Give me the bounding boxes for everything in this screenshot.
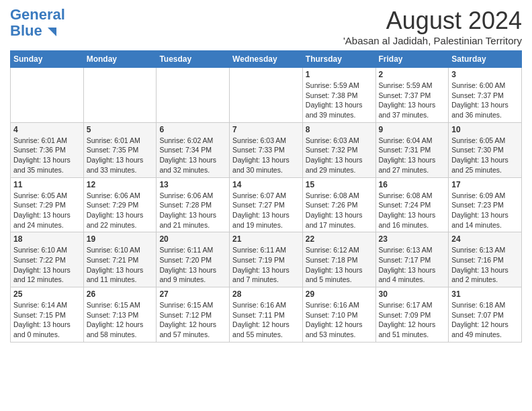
day-number: 8 <box>306 125 373 134</box>
day-number: 20 <box>159 234 226 244</box>
calendar-cell: 25Sunrise: 6:14 AM Sunset: 7:15 PM Dayli… <box>11 287 84 342</box>
day-info: Sunrise: 6:00 AM Sunset: 7:37 PM Dayligh… <box>451 81 519 120</box>
day-number: 22 <box>306 234 373 244</box>
calendar-cell: 16Sunrise: 6:08 AM Sunset: 7:24 PM Dayli… <box>375 177 449 232</box>
calendar-cell: 20Sunrise: 6:11 AM Sunset: 7:20 PM Dayli… <box>157 232 230 287</box>
day-number: 12 <box>87 180 154 189</box>
day-number: 2 <box>379 70 446 79</box>
day-number: 26 <box>87 289 154 299</box>
calendar-cell: 12Sunrise: 6:06 AM Sunset: 7:29 PM Dayli… <box>83 177 157 232</box>
calendar-cell: 17Sunrise: 6:09 AM Sunset: 7:23 PM Dayli… <box>449 177 522 232</box>
calendar-cell: 15Sunrise: 6:08 AM Sunset: 7:26 PM Dayli… <box>302 177 375 232</box>
day-number: 1 <box>306 70 373 79</box>
day-number: 16 <box>379 180 446 189</box>
title-area: August 2024 'Abasan al Jadidah, Palestin… <box>343 7 522 46</box>
day-info: Sunrise: 6:15 AM Sunset: 7:12 PM Dayligh… <box>159 300 226 340</box>
day-info: Sunrise: 6:06 AM Sunset: 7:29 PM Dayligh… <box>87 191 154 230</box>
day-number: 28 <box>232 289 300 299</box>
day-info: Sunrise: 6:14 AM Sunset: 7:15 PM Dayligh… <box>13 300 81 340</box>
day-info: Sunrise: 6:01 AM Sunset: 7:36 PM Dayligh… <box>13 136 81 175</box>
calendar-header-row: SundayMondayTuesdayWednesdayThursdayFrid… <box>11 51 522 68</box>
day-info: Sunrise: 6:10 AM Sunset: 7:22 PM Dayligh… <box>13 245 81 285</box>
day-number: 13 <box>159 180 226 189</box>
calendar-cell: 18Sunrise: 6:10 AM Sunset: 7:22 PM Dayli… <box>11 232 84 287</box>
calendar-week-row: 18Sunrise: 6:10 AM Sunset: 7:22 PM Dayli… <box>11 232 522 287</box>
day-info: Sunrise: 6:01 AM Sunset: 7:35 PM Dayligh… <box>87 136 154 175</box>
calendar-cell: 3Sunrise: 6:00 AM Sunset: 7:37 PM Daylig… <box>449 68 522 123</box>
day-number: 27 <box>159 289 226 299</box>
calendar-cell: 19Sunrise: 6:10 AM Sunset: 7:21 PM Dayli… <box>83 232 157 287</box>
calendar-cell: 10Sunrise: 6:05 AM Sunset: 7:30 PM Dayli… <box>449 122 522 177</box>
calendar-week-row: 1Sunrise: 5:59 AM Sunset: 7:38 PM Daylig… <box>11 68 522 123</box>
day-number: 3 <box>451 70 519 79</box>
logo: General Blue <box>10 7 65 39</box>
day-number: 29 <box>306 289 373 299</box>
header: General Blue August 2024 'Abasan al Jadi… <box>10 7 522 46</box>
day-info: Sunrise: 6:06 AM Sunset: 7:28 PM Dayligh… <box>159 191 226 230</box>
day-info: Sunrise: 6:03 AM Sunset: 7:32 PM Dayligh… <box>306 136 373 175</box>
day-info: Sunrise: 5:59 AM Sunset: 7:37 PM Dayligh… <box>379 81 446 120</box>
day-info: Sunrise: 6:05 AM Sunset: 7:29 PM Dayligh… <box>13 191 81 230</box>
calendar-cell: 21Sunrise: 6:11 AM Sunset: 7:19 PM Dayli… <box>230 232 303 287</box>
calendar-cell: 24Sunrise: 6:13 AM Sunset: 7:16 PM Dayli… <box>449 232 522 287</box>
calendar-week-row: 4Sunrise: 6:01 AM Sunset: 7:36 PM Daylig… <box>11 122 522 177</box>
calendar-cell: 13Sunrise: 6:06 AM Sunset: 7:28 PM Dayli… <box>157 177 230 232</box>
day-info: Sunrise: 6:16 AM Sunset: 7:10 PM Dayligh… <box>306 300 373 340</box>
day-info: Sunrise: 6:11 AM Sunset: 7:19 PM Dayligh… <box>232 245 300 285</box>
day-header-monday: Monday <box>83 51 157 68</box>
day-number: 30 <box>379 289 446 299</box>
day-info: Sunrise: 6:07 AM Sunset: 7:27 PM Dayligh… <box>232 191 300 230</box>
day-info: Sunrise: 6:08 AM Sunset: 7:26 PM Dayligh… <box>306 191 373 230</box>
day-number: 15 <box>306 180 373 189</box>
logo-arrow-icon <box>48 28 56 36</box>
day-number: 9 <box>379 125 446 134</box>
day-info: Sunrise: 6:05 AM Sunset: 7:30 PM Dayligh… <box>451 136 519 175</box>
day-number: 31 <box>451 289 519 299</box>
day-info: Sunrise: 6:18 AM Sunset: 7:07 PM Dayligh… <box>451 300 519 340</box>
calendar-table: SundayMondayTuesdayWednesdayThursdayFrid… <box>10 50 522 342</box>
calendar-cell: 7Sunrise: 6:03 AM Sunset: 7:33 PM Daylig… <box>230 122 303 177</box>
day-info: Sunrise: 6:11 AM Sunset: 7:20 PM Dayligh… <box>159 245 226 285</box>
day-info: Sunrise: 6:10 AM Sunset: 7:21 PM Dayligh… <box>87 245 154 285</box>
day-info: Sunrise: 6:09 AM Sunset: 7:23 PM Dayligh… <box>451 191 519 230</box>
calendar-cell: 31Sunrise: 6:18 AM Sunset: 7:07 PM Dayli… <box>449 287 522 342</box>
day-info: Sunrise: 6:13 AM Sunset: 7:16 PM Dayligh… <box>451 245 519 285</box>
day-header-wednesday: Wednesday <box>230 51 303 68</box>
day-number: 14 <box>232 180 300 189</box>
calendar-cell: 2Sunrise: 5:59 AM Sunset: 7:37 PM Daylig… <box>375 68 449 123</box>
day-info: Sunrise: 6:17 AM Sunset: 7:09 PM Dayligh… <box>379 300 446 340</box>
calendar-cell: 28Sunrise: 6:16 AM Sunset: 7:11 PM Dayli… <box>230 287 303 342</box>
calendar-cell: 4Sunrise: 6:01 AM Sunset: 7:36 PM Daylig… <box>11 122 84 177</box>
calendar-cell: 14Sunrise: 6:07 AM Sunset: 7:27 PM Dayli… <box>230 177 303 232</box>
day-header-sunday: Sunday <box>11 51 84 68</box>
month-year-title: August 2024 <box>343 7 522 35</box>
calendar-cell: 5Sunrise: 6:01 AM Sunset: 7:35 PM Daylig… <box>83 122 157 177</box>
day-info: Sunrise: 6:08 AM Sunset: 7:24 PM Dayligh… <box>379 191 446 230</box>
calendar-cell: 26Sunrise: 6:15 AM Sunset: 7:13 PM Dayli… <box>83 287 157 342</box>
day-info: Sunrise: 6:12 AM Sunset: 7:18 PM Dayligh… <box>306 245 373 285</box>
calendar-cell <box>11 68 84 123</box>
calendar-cell: 6Sunrise: 6:02 AM Sunset: 7:34 PM Daylig… <box>157 122 230 177</box>
day-number: 17 <box>451 180 519 189</box>
day-header-tuesday: Tuesday <box>157 51 230 68</box>
day-number: 6 <box>159 125 226 134</box>
logo-general: General <box>10 6 65 23</box>
calendar-cell <box>83 68 157 123</box>
day-number: 24 <box>451 234 519 244</box>
calendar-cell: 29Sunrise: 6:16 AM Sunset: 7:10 PM Dayli… <box>302 287 375 342</box>
calendar-cell: 11Sunrise: 6:05 AM Sunset: 7:29 PM Dayli… <box>11 177 84 232</box>
calendar-cell: 8Sunrise: 6:03 AM Sunset: 7:32 PM Daylig… <box>302 122 375 177</box>
day-number: 11 <box>13 180 81 189</box>
calendar-cell <box>230 68 303 123</box>
calendar-week-row: 25Sunrise: 6:14 AM Sunset: 7:15 PM Dayli… <box>11 287 522 342</box>
day-info: Sunrise: 6:04 AM Sunset: 7:31 PM Dayligh… <box>379 136 446 175</box>
day-info: Sunrise: 6:16 AM Sunset: 7:11 PM Dayligh… <box>232 300 300 340</box>
day-header-friday: Friday <box>375 51 449 68</box>
logo-blue: Blue <box>10 22 42 39</box>
day-number: 25 <box>13 289 81 299</box>
calendar-cell: 23Sunrise: 6:13 AM Sunset: 7:17 PM Dayli… <box>375 232 449 287</box>
calendar-cell: 30Sunrise: 6:17 AM Sunset: 7:09 PM Dayli… <box>375 287 449 342</box>
day-info: Sunrise: 5:59 AM Sunset: 7:38 PM Dayligh… <box>306 81 373 120</box>
day-number: 23 <box>379 234 446 244</box>
location-subtitle: 'Abasan al Jadidah, Palestinian Territor… <box>343 35 522 46</box>
